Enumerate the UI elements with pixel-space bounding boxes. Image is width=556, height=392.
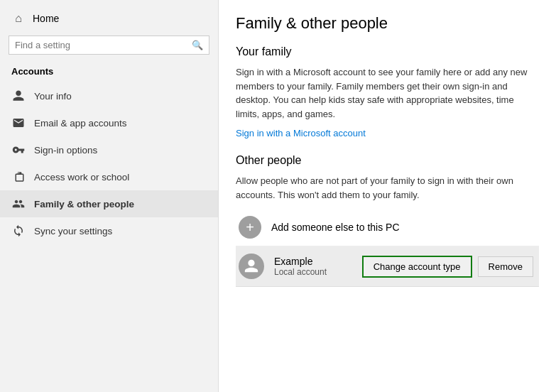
search-icon: 🔍 — [192, 40, 203, 50]
main-content: Family & other people Your family Sign i… — [219, 0, 556, 392]
sidebar-item-family[interactable]: Family & other people — [0, 190, 218, 217]
sidebar-item-sync[interactable]: Sync your settings — [0, 217, 218, 244]
sidebar-item-label: Sign-in options — [34, 145, 97, 156]
email-icon — [11, 116, 26, 130]
add-someone-row[interactable]: + Add someone else to this PC — [236, 209, 539, 246]
person-icon — [11, 89, 26, 103]
search-box[interactable]: 🔍 — [9, 36, 209, 55]
sidebar-item-access-work[interactable]: Access work or school — [0, 163, 218, 190]
add-someone-label: Add someone else to this PC — [271, 222, 400, 233]
sidebar: ⌂ Home 🔍 Accounts Your info Email & app … — [0, 0, 219, 392]
key-icon — [11, 143, 26, 157]
avatar — [239, 254, 264, 279]
sidebar-item-email-app[interactable]: Email & app accounts — [0, 109, 218, 136]
home-label: Home — [33, 13, 59, 24]
add-person-icon: + — [239, 216, 261, 239]
search-input[interactable] — [15, 40, 192, 50]
sidebar-item-label: Your info — [34, 91, 72, 102]
section-label: Accounts — [0, 63, 218, 82]
user-actions: Change account type Remove — [362, 256, 536, 278]
sidebar-item-label: Access work or school — [34, 172, 129, 183]
your-family-section: Your family Sign in with a Microsoft acc… — [236, 45, 539, 138]
sidebar-item-signin-options[interactable]: Sign-in options — [0, 136, 218, 163]
user-info: Example Local account — [274, 256, 352, 277]
change-account-type-button[interactable]: Change account type — [362, 256, 472, 278]
sidebar-item-label: Email & app accounts — [34, 118, 127, 129]
other-people-section: Other people Allow people who are not pa… — [236, 154, 539, 287]
sidebar-item-your-info[interactable]: Your info — [0, 82, 218, 109]
your-family-body: Sign in with a Microsoft account to see … — [236, 65, 539, 121]
your-family-title: Your family — [236, 45, 539, 58]
home-icon: ⌂ — [11, 11, 26, 26]
people-icon — [11, 197, 26, 211]
user-name: Example — [274, 256, 352, 267]
briefcase-icon — [11, 170, 26, 184]
page-title: Family & other people — [236, 14, 539, 33]
other-people-title: Other people — [236, 154, 539, 167]
other-people-body: Allow people who are not part of your fa… — [236, 174, 539, 202]
sidebar-item-label: Sync your settings — [34, 226, 112, 236]
sidebar-item-label: Family & other people — [34, 199, 134, 209]
remove-button[interactable]: Remove — [478, 256, 533, 277]
ms-signin-link[interactable]: Sign in with a Microsoft account — [236, 128, 539, 138]
home-nav-item[interactable]: ⌂ Home — [0, 6, 218, 33]
user-type: Local account — [274, 267, 352, 277]
user-row[interactable]: Example Local account Change account typ… — [236, 246, 539, 287]
sync-icon — [11, 224, 26, 238]
